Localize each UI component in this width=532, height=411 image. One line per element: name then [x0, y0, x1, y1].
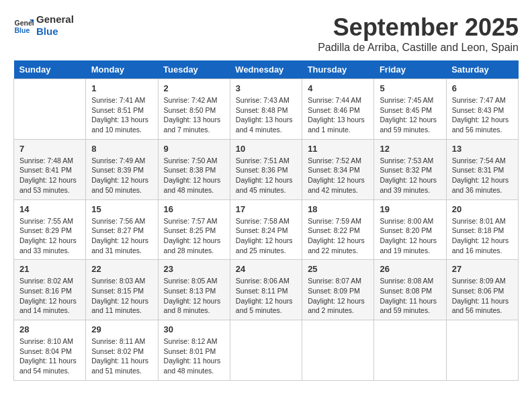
day-info: Sunrise: 8:06 AM Sunset: 8:11 PM Dayligh…	[236, 276, 296, 316]
day-number: 24	[236, 264, 296, 274]
calendar-week-4: 21Sunrise: 8:02 AM Sunset: 8:16 PM Dayli…	[14, 260, 519, 320]
calendar-cell: 14Sunrise: 7:55 AM Sunset: 8:29 PM Dayli…	[14, 199, 86, 260]
calendar-cell	[230, 320, 302, 381]
day-info: Sunrise: 8:01 AM Sunset: 8:18 PM Dayligh…	[452, 216, 513, 256]
weekday-header-row: SundayMondayTuesdayWednesdayThursdayFrid…	[14, 60, 519, 79]
day-number: 9	[164, 144, 224, 154]
day-info: Sunrise: 8:09 AM Sunset: 8:06 PM Dayligh…	[452, 276, 513, 316]
day-number: 28	[19, 324, 80, 334]
day-number: 8	[91, 144, 152, 154]
calendar-cell: 24Sunrise: 8:06 AM Sunset: 8:11 PM Dayli…	[230, 260, 302, 320]
day-info: Sunrise: 8:11 AM Sunset: 8:02 PM Dayligh…	[91, 336, 152, 376]
day-number: 12	[380, 144, 440, 154]
calendar-cell: 6Sunrise: 7:47 AM Sunset: 8:43 PM Daylig…	[446, 79, 518, 140]
calendar-cell: 10Sunrise: 7:51 AM Sunset: 8:36 PM Dayli…	[230, 139, 302, 199]
day-info: Sunrise: 7:42 AM Sunset: 8:50 PM Dayligh…	[164, 95, 224, 135]
day-number: 5	[380, 83, 440, 93]
day-number: 13	[452, 144, 513, 154]
calendar-cell	[302, 320, 374, 381]
day-number: 22	[91, 264, 152, 274]
calendar-cell: 30Sunrise: 8:12 AM Sunset: 8:01 PM Dayli…	[158, 320, 230, 381]
day-number: 17	[236, 204, 296, 214]
day-info: Sunrise: 7:56 AM Sunset: 8:27 PM Dayligh…	[91, 216, 152, 256]
logo: General Blue General Blue	[13, 13, 74, 38]
calendar-cell	[374, 320, 446, 381]
day-info: Sunrise: 7:55 AM Sunset: 8:29 PM Dayligh…	[19, 216, 80, 256]
day-info: Sunrise: 7:45 AM Sunset: 8:45 PM Dayligh…	[380, 95, 440, 135]
day-number: 27	[452, 264, 513, 274]
day-number: 19	[380, 204, 440, 214]
weekday-header-monday: Monday	[86, 60, 158, 79]
calendar-cell: 4Sunrise: 7:44 AM Sunset: 8:46 PM Daylig…	[302, 79, 374, 140]
calendar-week-3: 14Sunrise: 7:55 AM Sunset: 8:29 PM Dayli…	[14, 199, 519, 260]
day-info: Sunrise: 8:12 AM Sunset: 8:01 PM Dayligh…	[164, 336, 224, 376]
calendar-cell: 23Sunrise: 8:05 AM Sunset: 8:13 PM Dayli…	[158, 260, 230, 320]
weekday-header-friday: Friday	[374, 60, 446, 79]
day-info: Sunrise: 7:48 AM Sunset: 8:41 PM Dayligh…	[19, 156, 80, 195]
day-number: 14	[19, 204, 80, 214]
day-number: 2	[164, 83, 224, 93]
day-number: 4	[308, 83, 368, 93]
calendar-cell: 26Sunrise: 8:08 AM Sunset: 8:08 PM Dayli…	[374, 260, 446, 320]
day-number: 11	[308, 144, 368, 154]
title-block: September 2025 Padilla de Arriba, Castil…	[318, 13, 519, 54]
svg-text:Blue: Blue	[15, 26, 30, 34]
day-info: Sunrise: 8:05 AM Sunset: 8:13 PM Dayligh…	[164, 276, 224, 316]
calendar-cell: 5Sunrise: 7:45 AM Sunset: 8:45 PM Daylig…	[374, 79, 446, 140]
day-number: 26	[380, 264, 440, 274]
day-number: 16	[164, 204, 224, 214]
day-info: Sunrise: 8:08 AM Sunset: 8:08 PM Dayligh…	[380, 276, 440, 316]
weekday-header-wednesday: Wednesday	[230, 60, 302, 79]
day-info: Sunrise: 8:03 AM Sunset: 8:15 PM Dayligh…	[91, 276, 152, 316]
day-info: Sunrise: 7:43 AM Sunset: 8:48 PM Dayligh…	[236, 95, 296, 135]
calendar-cell: 12Sunrise: 7:53 AM Sunset: 8:32 PM Dayli…	[374, 139, 446, 199]
calendar-cell: 21Sunrise: 8:02 AM Sunset: 8:16 PM Dayli…	[14, 260, 86, 320]
calendar-week-5: 28Sunrise: 8:10 AM Sunset: 8:04 PM Dayli…	[14, 320, 519, 381]
weekday-header-sunday: Sunday	[14, 60, 86, 79]
calendar-week-2: 7Sunrise: 7:48 AM Sunset: 8:41 PM Daylig…	[14, 139, 519, 199]
day-info: Sunrise: 7:58 AM Sunset: 8:24 PM Dayligh…	[236, 216, 296, 256]
weekday-header-saturday: Saturday	[446, 60, 518, 79]
day-info: Sunrise: 8:00 AM Sunset: 8:20 PM Dayligh…	[380, 216, 440, 256]
calendar-cell	[446, 320, 518, 381]
day-info: Sunrise: 7:50 AM Sunset: 8:38 PM Dayligh…	[164, 156, 224, 195]
calendar-cell: 16Sunrise: 7:57 AM Sunset: 8:25 PM Dayli…	[158, 199, 230, 260]
calendar-cell: 2Sunrise: 7:42 AM Sunset: 8:50 PM Daylig…	[158, 79, 230, 140]
calendar-week-1: 1Sunrise: 7:41 AM Sunset: 8:51 PM Daylig…	[14, 79, 519, 140]
calendar-cell: 9Sunrise: 7:50 AM Sunset: 8:38 PM Daylig…	[158, 139, 230, 199]
calendar-cell: 19Sunrise: 8:00 AM Sunset: 8:20 PM Dayli…	[374, 199, 446, 260]
calendar-cell: 29Sunrise: 8:11 AM Sunset: 8:02 PM Dayli…	[86, 320, 158, 381]
calendar-cell: 28Sunrise: 8:10 AM Sunset: 8:04 PM Dayli…	[14, 320, 86, 381]
day-info: Sunrise: 7:51 AM Sunset: 8:36 PM Dayligh…	[236, 156, 296, 195]
day-number: 6	[452, 83, 513, 93]
day-number: 1	[91, 83, 152, 93]
calendar-cell: 3Sunrise: 7:43 AM Sunset: 8:48 PM Daylig…	[230, 79, 302, 140]
day-info: Sunrise: 7:47 AM Sunset: 8:43 PM Dayligh…	[452, 95, 513, 135]
calendar-cell: 27Sunrise: 8:09 AM Sunset: 8:06 PM Dayli…	[446, 260, 518, 320]
day-info: Sunrise: 7:57 AM Sunset: 8:25 PM Dayligh…	[164, 216, 224, 256]
calendar-cell: 8Sunrise: 7:49 AM Sunset: 8:39 PM Daylig…	[86, 139, 158, 199]
day-number: 20	[452, 204, 513, 214]
day-number: 29	[91, 324, 152, 334]
calendar-cell	[14, 79, 86, 140]
location-subtitle: Padilla de Arriba, Castille and Leon, Sp…	[318, 42, 519, 54]
day-info: Sunrise: 7:41 AM Sunset: 8:51 PM Dayligh…	[91, 95, 152, 135]
calendar-table: SundayMondayTuesdayWednesdayThursdayFrid…	[13, 60, 519, 381]
calendar-cell: 11Sunrise: 7:52 AM Sunset: 8:34 PM Dayli…	[302, 139, 374, 199]
day-info: Sunrise: 7:59 AM Sunset: 8:22 PM Dayligh…	[308, 216, 368, 256]
day-info: Sunrise: 7:49 AM Sunset: 8:39 PM Dayligh…	[91, 156, 152, 195]
day-number: 30	[164, 324, 224, 334]
day-number: 3	[236, 83, 296, 93]
page-header: General Blue General Blue September 2025…	[13, 13, 519, 54]
logo-icon: General Blue	[13, 15, 34, 36]
day-number: 21	[19, 264, 80, 274]
day-info: Sunrise: 8:10 AM Sunset: 8:04 PM Dayligh…	[19, 336, 80, 376]
weekday-header-thursday: Thursday	[302, 60, 374, 79]
logo-line1: General	[36, 13, 74, 26]
calendar-cell: 20Sunrise: 8:01 AM Sunset: 8:18 PM Dayli…	[446, 199, 518, 260]
calendar-cell: 7Sunrise: 7:48 AM Sunset: 8:41 PM Daylig…	[14, 139, 86, 199]
calendar-cell: 22Sunrise: 8:03 AM Sunset: 8:15 PM Dayli…	[86, 260, 158, 320]
day-number: 10	[236, 144, 296, 154]
day-number: 23	[164, 264, 224, 274]
day-info: Sunrise: 8:07 AM Sunset: 8:09 PM Dayligh…	[308, 276, 368, 316]
